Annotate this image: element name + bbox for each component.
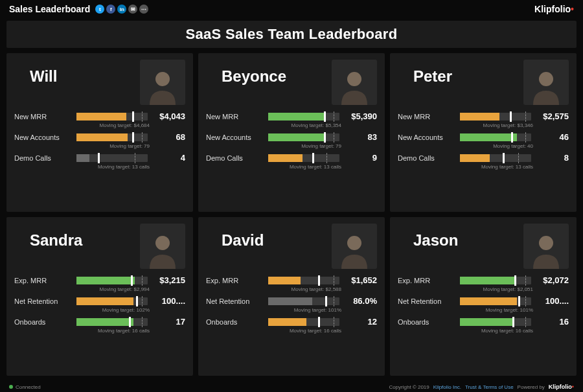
bar-tick <box>136 296 138 306</box>
metric-value: $3,215 <box>153 275 185 285</box>
bar-tick <box>518 296 520 306</box>
metric-label: Exp. MRR <box>14 277 71 284</box>
footer-brand[interactable]: Klipfolio• <box>549 384 574 390</box>
bar-track <box>76 277 148 284</box>
header-band: SaaS Sales Team Leaderboard <box>6 21 577 48</box>
powered-by-text: Powered by <box>518 384 545 390</box>
social-icon-3[interactable]: ✉ <box>128 5 137 14</box>
bar-dash <box>525 296 526 306</box>
bar-tick <box>98 153 100 163</box>
metric-row: New Accounts83 <box>206 132 377 142</box>
metric: Exp. MRR$2,072Moving target: $2,051 <box>398 275 569 292</box>
metric-value: 9 <box>345 153 377 163</box>
metric-label: Net Retention <box>398 297 455 305</box>
metric-target: Moving target: $2,994 <box>14 286 150 292</box>
metric-row: New MRR$5,390 <box>206 111 377 121</box>
bar-tick <box>318 317 320 327</box>
bar-tick <box>312 153 314 163</box>
company-link[interactable]: Klipfolio Inc. <box>433 384 461 390</box>
person-name: Will <box>30 67 57 86</box>
metric-label: Exp. MRR <box>206 277 263 284</box>
card-head: Jason <box>398 224 569 271</box>
metric-label: Exp. MRR <box>398 277 455 284</box>
bar-fill <box>268 154 303 162</box>
metric-label: Net Retention <box>206 297 263 305</box>
person-name: Beyonce <box>222 67 286 86</box>
metric-row: Exp. MRR$2,072 <box>398 275 569 285</box>
metric-value: 12 <box>345 317 377 327</box>
bar-fill <box>460 133 517 141</box>
avatar <box>332 60 377 105</box>
person-card: DavidExp. MRR$1,652Moving target: $2,588… <box>198 217 385 376</box>
avatar <box>523 60 569 105</box>
bar-tick <box>324 111 326 122</box>
person-card: BeyonceNew MRR$5,390Moving target: $5,35… <box>198 53 385 212</box>
metric-row: Exp. MRR$1,652 <box>206 275 377 285</box>
metric: Exp. MRR$1,652Moving target: $2,588 <box>206 275 377 292</box>
bar-dash <box>142 317 143 327</box>
bar-track <box>76 113 148 121</box>
avatar <box>140 60 185 105</box>
metric: Onboards17Moving target: 16 calls <box>14 317 185 334</box>
bar-tick <box>132 132 134 143</box>
metric-value: $1,652 <box>345 275 377 285</box>
bar-fill <box>76 318 133 326</box>
metric: Net Retention100....Moving target: 102% <box>14 296 185 313</box>
metric: New Accounts46Moving target: 40 <box>398 132 569 149</box>
metric-value: 68 <box>153 132 185 142</box>
brand-logo[interactable]: Klipfolio• <box>534 4 574 14</box>
metric-label: New Accounts <box>398 133 455 141</box>
card-head: Beyonce <box>206 60 377 108</box>
metric: Onboards16Moving target: 16 calls <box>398 317 569 334</box>
person-name: Sandra <box>30 231 82 249</box>
metric-value: 4 <box>153 153 185 163</box>
bar-dash <box>135 153 135 163</box>
metric-target: Moving target: 101% <box>398 307 533 313</box>
bar-track <box>268 318 339 326</box>
metric: Onboards12Moving target: 16 calls <box>206 317 377 334</box>
bar-track <box>76 318 148 326</box>
svg-point-2 <box>539 72 553 86</box>
metric-target: Moving target: 16 calls <box>14 328 150 334</box>
metric-value: 100.... <box>536 296 569 306</box>
metric-row: Exp. MRR$3,215 <box>14 275 185 285</box>
metric: Demo Calls8Moving target: 13 calls <box>398 153 569 170</box>
metric-row: New MRR$4,043 <box>14 111 185 121</box>
bar-dash <box>334 111 334 122</box>
person-name: David <box>222 231 264 249</box>
bar-fill <box>268 277 301 284</box>
social-icon-0[interactable]: t <box>95 5 104 14</box>
social-icon-4[interactable]: ⋯ <box>139 5 148 14</box>
bar-fill <box>76 133 128 141</box>
brand-text: Klipfolio <box>534 4 571 14</box>
bar-fill <box>460 318 514 326</box>
page-title: Sales Leaderboard <box>9 4 90 14</box>
header-title: SaaS Sales Team Leaderboard <box>186 26 398 43</box>
bar-tick <box>510 111 512 122</box>
metric-value: 16 <box>536 317 569 327</box>
person-name: Peter <box>413 67 452 86</box>
metric-target: Moving target: 16 calls <box>206 328 341 334</box>
terms-link[interactable]: Trust & Terms of Use <box>465 384 514 390</box>
bar-dash <box>525 275 526 286</box>
metric-target: Moving target: $2,588 <box>206 286 341 292</box>
social-icon-2[interactable]: in <box>117 5 126 14</box>
metric: New MRR$5,390Moving target: $5,354 <box>206 111 377 128</box>
metric-row: Net Retention86.0% <box>206 296 377 306</box>
metric-target: Moving target: 13 calls <box>398 164 533 170</box>
social-icon-1[interactable]: f <box>106 5 115 14</box>
metric-target: Moving target: 79 <box>14 143 150 149</box>
metric: New Accounts68Moving target: 79 <box>14 132 185 149</box>
bar-tick <box>514 275 516 286</box>
metric-value: $2,575 <box>536 111 569 121</box>
topbar: Sales Leaderboard tfin✉⋯ Klipfolio• <box>0 0 583 18</box>
leaderboard-grid: WillNew MRR$4,043Moving target: $4,684Ne… <box>0 53 583 381</box>
metric-target: Moving target: 13 calls <box>14 164 150 170</box>
metric-value: 46 <box>536 132 569 142</box>
svg-point-4 <box>347 236 361 250</box>
metric-target: Moving target: $3,346 <box>398 122 533 128</box>
metric-target: Moving target: 16 calls <box>398 328 533 334</box>
bar-tick <box>129 317 131 327</box>
metric-value: 100.... <box>153 296 185 306</box>
bar-track <box>460 133 531 141</box>
